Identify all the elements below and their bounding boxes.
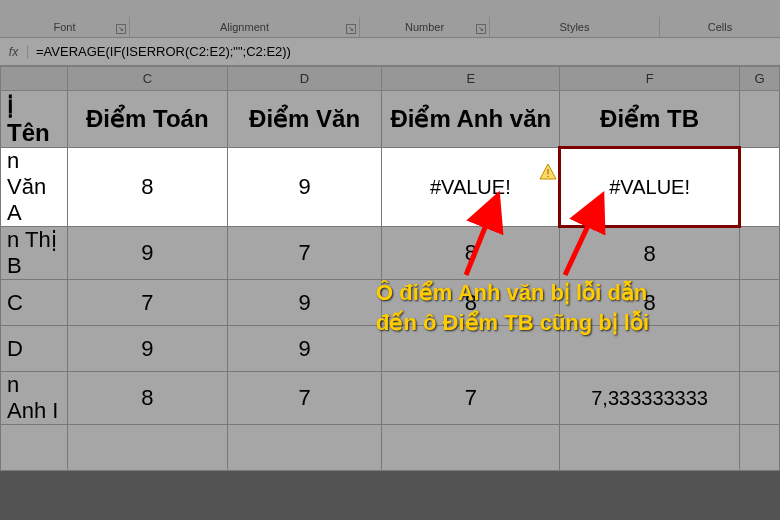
annotation-line: đến ô Điểm TB cũng bị lỗi: [376, 308, 766, 338]
cell[interactable]: Điểm Văn: [227, 91, 382, 148]
ribbon-label: Alignment: [220, 21, 269, 33]
cell[interactable]: [1, 425, 68, 471]
ribbon-label: Cells: [708, 21, 732, 33]
cell[interactable]: [560, 425, 740, 471]
cell[interactable]: Điểm Toán: [67, 91, 227, 148]
column-header[interactable]: [1, 67, 68, 91]
cell[interactable]: [740, 148, 780, 227]
column-header-e[interactable]: E: [382, 67, 560, 91]
cell[interactable]: Điểm TB: [560, 91, 740, 148]
ribbon-label: Styles: [560, 21, 590, 33]
arrow-annotation-icon: [555, 190, 615, 280]
cell[interactable]: 8: [67, 148, 227, 227]
fx-icon[interactable]: fx: [0, 45, 28, 59]
cell[interactable]: 7,333333333: [560, 372, 740, 425]
cell[interactable]: [740, 425, 780, 471]
annotation-line: Ô điểm Anh văn bị lỗi dẫn: [376, 278, 766, 308]
dialog-launcher-icon[interactable]: ↘: [346, 24, 356, 34]
cell[interactable]: n Anh I: [1, 372, 68, 425]
cell[interactable]: [740, 227, 780, 280]
ribbon-label: Number: [405, 21, 444, 33]
cell[interactable]: [67, 425, 227, 471]
svg-text:!: !: [547, 167, 550, 179]
cell[interactable]: 9: [227, 148, 382, 227]
table-row: n Thị B 9 7 8 8: [1, 227, 780, 280]
table-row: [1, 425, 780, 471]
ribbon-groups: Font ↘ Alignment ↘ Number ↘ Styles Cells: [0, 0, 780, 38]
ribbon-group-styles[interactable]: Styles: [490, 17, 660, 37]
table-row: n Anh I 8 7 7 7,333333333: [1, 372, 780, 425]
table-header-row: ị Tên Điểm Toán Điểm Văn Điểm Anh văn Đi…: [1, 91, 780, 148]
formula-input[interactable]: [28, 44, 780, 59]
cell[interactable]: ị Tên: [1, 91, 68, 148]
cell[interactable]: Điểm Anh văn: [382, 91, 560, 148]
cell[interactable]: n Văn A: [1, 148, 68, 227]
annotation-text: Ô điểm Anh văn bị lỗi dẫn đến ô Điểm TB …: [376, 278, 766, 337]
ribbon-group-cells[interactable]: Cells: [660, 17, 780, 37]
cell[interactable]: [227, 425, 382, 471]
cell[interactable]: 9: [67, 227, 227, 280]
cell[interactable]: C: [1, 280, 68, 326]
ribbon-group-alignment[interactable]: Alignment ↘: [130, 17, 360, 37]
column-header-f[interactable]: F: [560, 67, 740, 91]
column-header-c[interactable]: C: [67, 67, 227, 91]
ribbon-group-number[interactable]: Number ↘: [360, 17, 490, 37]
table-row: n Văn A 8 9 #VALUE! #VALUE! !: [1, 148, 780, 227]
error-warning-icon[interactable]: !: [539, 163, 557, 181]
arrow-annotation-icon: [446, 190, 506, 280]
ribbon-label: Font: [53, 21, 75, 33]
formula-bar: fx: [0, 38, 780, 66]
cell-value: #VALUE!: [609, 176, 690, 198]
svg-line-3: [466, 200, 496, 275]
cell[interactable]: 7: [227, 372, 382, 425]
cell[interactable]: D: [1, 326, 68, 372]
cell[interactable]: 9: [227, 326, 382, 372]
cell[interactable]: 7: [227, 227, 382, 280]
cell[interactable]: [740, 372, 780, 425]
cell[interactable]: 7: [67, 280, 227, 326]
spreadsheet: C D E F G ị Tên Điểm Toán Điểm Văn Điểm …: [0, 66, 780, 471]
cell[interactable]: 7: [382, 372, 560, 425]
cell[interactable]: [382, 425, 560, 471]
dialog-launcher-icon[interactable]: ↘: [116, 24, 126, 34]
dialog-launcher-icon[interactable]: ↘: [476, 24, 486, 34]
cell[interactable]: [740, 91, 780, 148]
svg-line-5: [565, 200, 600, 275]
cell[interactable]: n Thị B: [1, 227, 68, 280]
column-header-d[interactable]: D: [227, 67, 382, 91]
column-header-g[interactable]: G: [740, 67, 780, 91]
cell[interactable]: 8: [67, 372, 227, 425]
cell[interactable]: 9: [227, 280, 382, 326]
ribbon-group-font[interactable]: Font ↘: [0, 17, 130, 37]
cell[interactable]: 9: [67, 326, 227, 372]
column-header-row: C D E F G: [1, 67, 780, 91]
